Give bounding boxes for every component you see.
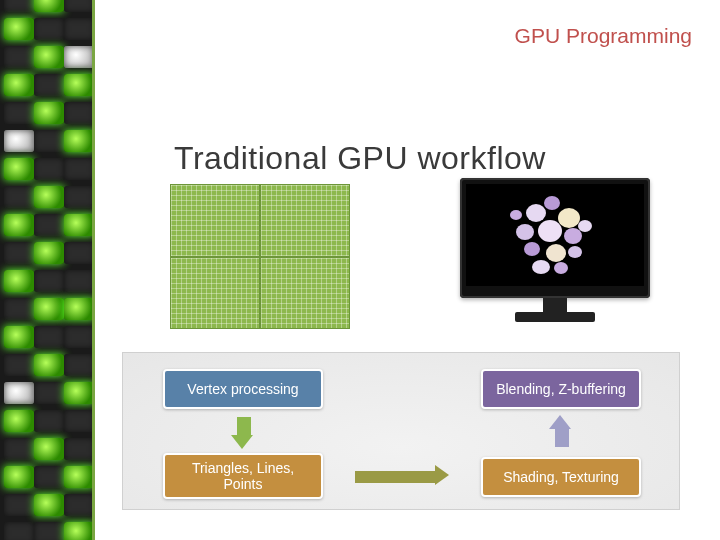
- gpu-cores-illustration: [170, 184, 350, 329]
- core-block: [260, 257, 350, 330]
- monitor-screen: [466, 184, 644, 286]
- box-label: Blending, Z-buffering: [496, 381, 626, 397]
- left-decorative-strip: [0, 0, 92, 540]
- box-triangles-lines-points: Triangles, Lines, Points: [163, 453, 323, 499]
- arrow-up-icon: [553, 415, 571, 447]
- box-vertex-processing: Vertex processing: [163, 369, 323, 409]
- arrow-down-icon: [235, 417, 253, 449]
- accent-line: [92, 0, 95, 540]
- workflow-diagram: Vertex processing Triangles, Lines, Poin…: [122, 352, 680, 510]
- box-blending-zbuffer: Blending, Z-buffering: [481, 369, 641, 409]
- monitor-base: [515, 312, 595, 322]
- box-label: Vertex processing: [187, 381, 298, 397]
- core-block: [260, 184, 350, 257]
- monitor-illustration: [460, 178, 650, 328]
- box-shading-texturing: Shading, Texturing: [481, 457, 641, 497]
- slide: GPU Programming Traditional GPU workflow: [0, 0, 720, 540]
- page-header: GPU Programming: [515, 24, 692, 48]
- arrow-right-icon: [355, 469, 449, 485]
- core-block: [170, 184, 260, 257]
- slide-title: Traditional GPU workflow: [0, 140, 720, 177]
- box-label: Shading, Texturing: [503, 469, 619, 485]
- box-label: Triangles, Lines, Points: [192, 460, 294, 492]
- core-block: [170, 257, 260, 330]
